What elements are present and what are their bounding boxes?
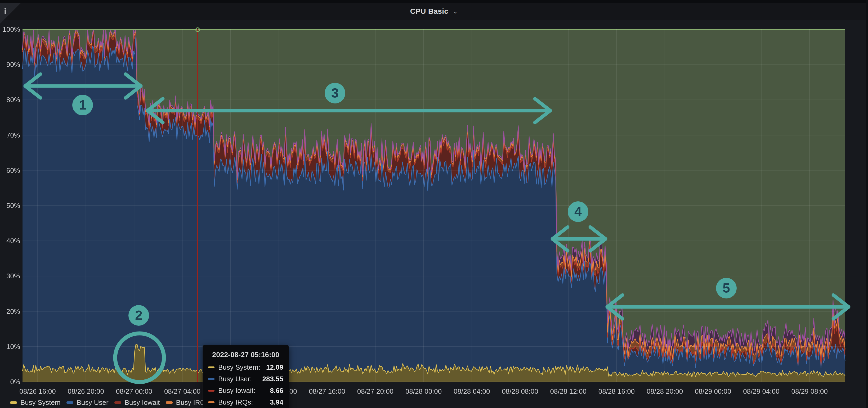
tooltip-series-swatch-icon (208, 401, 215, 403)
tooltip-series-swatch-icon (208, 367, 215, 368)
info-icon[interactable]: i (4, 6, 7, 16)
chart-legend: Busy SystemBusy UserBusy IowaitBusy IRQs (10, 397, 215, 408)
x-tick-label: 08/26 20:00 (68, 387, 104, 396)
legend-swatch-icon (66, 401, 73, 404)
tooltip-series-value: 8.66 (270, 386, 283, 395)
panel-title[interactable]: CPU Basic (410, 7, 448, 15)
tooltip-series-label: Busy System: (218, 363, 260, 372)
x-tick-label: 08/28 04:00 (454, 387, 490, 396)
x-tick-label: 08/28 16:00 (598, 387, 635, 396)
panel-header: CPU Basic ⌄ (0, 0, 868, 20)
x-tick-label: 08/28 20:00 (647, 387, 683, 396)
y-tick-label: 80% (0, 96, 20, 104)
y-tick-label: 20% (0, 307, 20, 316)
panel-info-corner[interactable] (0, 3, 21, 24)
x-tick-label: 08/27 00:00 (116, 387, 152, 396)
y-tick-label: 60% (0, 166, 20, 175)
tooltip-series-label: Busy User: (218, 375, 252, 383)
y-tick-label: 40% (0, 237, 20, 245)
y-tick-label: 90% (0, 61, 20, 69)
x-tick-label: 08/29 00:00 (695, 387, 731, 396)
hover-tooltip: 2022-08-27 05:16:00 Busy System:12.09Bus… (203, 345, 289, 408)
cpu-usage-stacked-area-chart[interactable] (0, 0, 868, 408)
x-tick-label: 08/27 04:00 (164, 387, 200, 396)
x-tick-label: 08/29 04:00 (743, 387, 779, 396)
x-tick-label: 08/26 16:00 (19, 387, 56, 396)
tooltip-series-value: 12.09 (266, 363, 283, 372)
y-tick-label: 10% (0, 343, 20, 351)
right-edge-strip (866, 0, 868, 408)
tooltip-series-value: 3.94 (270, 398, 283, 406)
tooltip-timestamp: 2022-08-27 05:16:00 (208, 351, 283, 359)
legend-label: Busy User (77, 399, 108, 407)
tooltip-row: Busy System:12.09 (208, 363, 283, 372)
x-tick-label: 08/27 16:00 (309, 387, 345, 396)
legend-item[interactable]: Busy System (10, 399, 61, 407)
x-tick-label: 08/27 20:00 (357, 387, 394, 396)
legend-label: Busy Iowait (125, 399, 160, 407)
y-tick-label: 50% (0, 202, 20, 210)
legend-item[interactable]: Busy User (66, 399, 108, 407)
tooltip-series-value: 283.55 (262, 375, 283, 383)
tooltip-series-swatch-icon (208, 378, 215, 380)
y-tick-label: 100% (0, 25, 20, 34)
legend-swatch-icon (166, 401, 173, 404)
chevron-down-icon[interactable]: ⌄ (453, 8, 458, 15)
tooltip-series-label: Busy Iowait: (218, 386, 255, 395)
legend-swatch-icon (114, 401, 121, 404)
tooltip-row: Busy IRQs:3.94 (208, 398, 283, 406)
tooltip-series-label: Busy IRQs: (218, 398, 253, 406)
y-tick-label: 0% (0, 378, 20, 386)
legend-label: Busy System (21, 399, 61, 407)
x-tick-label: 08/28 12:00 (550, 387, 587, 396)
tooltip-row: Busy User:283.55 (208, 375, 283, 383)
tooltip-series-swatch-icon (208, 390, 215, 392)
tooltip-row: Busy Iowait:8.66 (208, 386, 283, 395)
x-tick-label: 08/29 08:00 (792, 387, 828, 396)
legend-swatch-icon (10, 401, 17, 404)
legend-item[interactable]: Busy Iowait (114, 399, 160, 407)
y-tick-label: 70% (0, 131, 20, 139)
y-tick-label: 30% (0, 272, 20, 280)
x-tick-label: 08/28 08:00 (502, 387, 538, 396)
x-tick-label: 08/28 00:00 (405, 387, 442, 396)
